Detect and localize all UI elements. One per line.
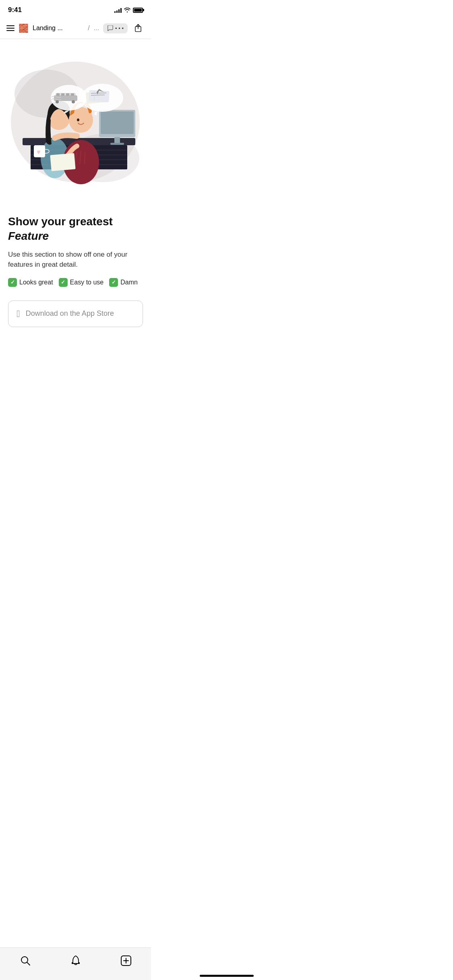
nav-slash: /: [88, 25, 89, 32]
hero-illustration: [6, 45, 145, 198]
feature-list: Looks great Easy to use Damn: [8, 278, 143, 287]
nav-bar: 🧱 Landing ... / ... • • •: [0, 18, 151, 39]
feature-label-3: Damn: [120, 279, 138, 286]
svg-point-28: [56, 100, 59, 103]
more-dots-label: • • •: [115, 25, 124, 31]
svg-rect-27: [54, 95, 77, 101]
svg-line-19: [85, 152, 85, 164]
feature-label-1: Looks great: [19, 279, 53, 286]
svg-point-29: [72, 100, 75, 103]
svg-line-38: [91, 95, 105, 95]
hamburger-menu-button[interactable]: [6, 25, 14, 31]
status-bar: 9:41: [0, 0, 151, 18]
feature-item-2: Easy to use: [59, 278, 104, 287]
check-badge-2: [59, 278, 68, 287]
check-badge-1: [8, 278, 17, 287]
battery-icon: [133, 8, 143, 13]
app-store-section:  Download on the App Store: [0, 296, 151, 335]
section-body: Use this section to show off one of your…: [8, 249, 143, 270]
signal-bars-icon: [114, 7, 122, 13]
nav-breadcrumb-ellipsis: ...: [94, 25, 99, 32]
hero-section: [0, 39, 151, 205]
nav-title: Landing ...: [33, 25, 84, 32]
apple-logo-icon: : [17, 308, 20, 319]
svg-rect-11: [101, 111, 134, 134]
svg-rect-13: [110, 143, 124, 145]
svg-rect-36: [89, 90, 109, 103]
svg-line-37: [91, 93, 106, 93]
svg-rect-12: [114, 137, 120, 144]
app-store-label: Download on the App Store: [26, 309, 114, 318]
section-heading: Show your greatest Feature: [8, 214, 143, 244]
svg-rect-31: [61, 93, 64, 96]
comment-icon: [107, 25, 114, 31]
nav-emoji-icon: 🧱: [19, 23, 29, 33]
app-store-button[interactable]:  Download on the App Store: [8, 301, 143, 327]
feature-item-1: Looks great: [8, 278, 53, 287]
wifi-icon: [124, 8, 130, 12]
comment-more-button[interactable]: • • •: [103, 23, 128, 33]
svg-rect-32: [66, 93, 69, 96]
svg-rect-33: [71, 93, 74, 96]
svg-rect-23: [50, 153, 75, 171]
status-icons: [114, 7, 143, 13]
check-badge-3: [109, 278, 118, 287]
svg-point-21: [77, 119, 79, 121]
feature-label-2: Easy to use: [70, 279, 104, 286]
svg-rect-30: [56, 93, 60, 96]
status-time: 9:41: [8, 6, 22, 14]
feature-item-3: Damn: [109, 278, 138, 287]
content-section: Show your greatest Feature Use this sect…: [0, 205, 151, 296]
share-icon: [134, 24, 143, 33]
share-button[interactable]: [132, 22, 145, 35]
